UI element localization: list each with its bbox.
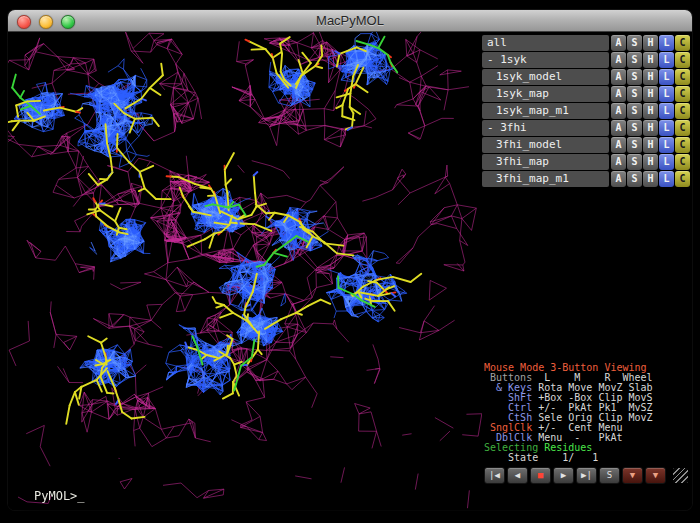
object-name[interactable]: 3fhi_map_m1 <box>482 171 609 187</box>
vcr-stop-button[interactable]: ■ <box>530 467 551 484</box>
object-row-buttons: ASHLC <box>610 52 690 68</box>
object-button-l[interactable]: L <box>659 154 674 170</box>
object-name[interactable]: - 1syk <box>482 52 609 68</box>
control-sidebar: allASHLC- 1sykASHLC1syk_modelASHLC1syk_m… <box>482 32 692 510</box>
object-name[interactable]: 3fhi_model <box>482 137 609 153</box>
vcr-menu-right-button[interactable]: ▼ <box>645 467 666 484</box>
vcr-rewind-button[interactable]: |◀ <box>484 467 505 484</box>
object-name[interactable]: 1syk_map <box>482 86 609 102</box>
object-button-s[interactable]: S <box>627 35 642 51</box>
object-row: 3fhi_mapASHLC <box>482 154 690 170</box>
object-button-l[interactable]: L <box>659 35 674 51</box>
object-row-buttons: ASHLC <box>610 171 690 187</box>
object-name[interactable]: all <box>482 35 609 51</box>
playback-controls: |◀◀■▶▶|S▼▼ <box>482 467 690 484</box>
object-button-a[interactable]: A <box>611 69 626 85</box>
object-row: 1syk_modelASHLC <box>482 69 690 85</box>
molecule-render-canvas[interactable] <box>8 32 482 510</box>
vcr-step-back-button[interactable]: ◀ <box>507 467 528 484</box>
object-button-l[interactable]: L <box>659 137 674 153</box>
zoom-button[interactable] <box>61 15 75 29</box>
object-button-c[interactable]: C <box>675 69 690 85</box>
object-button-s[interactable]: S <box>627 103 642 119</box>
viewport-3d[interactable]: PyMOL>_ <box>8 32 482 510</box>
vcr-step-forward-button[interactable]: ▶| <box>576 467 597 484</box>
macpymol-window: MacPyMOL PyMOL>_ allASHLC- 1sykASHLC1syk… <box>8 10 692 510</box>
mouse-panel: Mouse Mode 3-Button Viewing Buttons L M … <box>482 363 690 463</box>
object-button-h[interactable]: H <box>643 35 658 51</box>
object-button-s[interactable]: S <box>627 120 642 136</box>
object-button-s[interactable]: S <box>627 86 642 102</box>
main-content: PyMOL>_ allASHLC- 1sykASHLC1syk_modelASH… <box>8 32 692 510</box>
object-row-buttons: ASHLC <box>610 35 690 51</box>
object-row-buttons: ASHLC <box>610 69 690 85</box>
object-button-c[interactable]: C <box>675 154 690 170</box>
object-button-a[interactable]: A <box>611 35 626 51</box>
object-button-a[interactable]: A <box>611 154 626 170</box>
object-button-h[interactable]: H <box>643 103 658 119</box>
object-name[interactable]: - 3fhi <box>482 120 609 136</box>
object-row: - 1sykASHLC <box>482 52 690 68</box>
object-row-buttons: ASHLC <box>610 103 690 119</box>
object-row: 1syk_mapASHLC <box>482 86 690 102</box>
object-button-c[interactable]: C <box>675 137 690 153</box>
vcr-scene-button[interactable]: S <box>599 467 620 484</box>
traffic-lights <box>17 15 75 29</box>
object-button-a[interactable]: A <box>611 120 626 136</box>
object-row-buttons: ASHLC <box>610 120 690 136</box>
object-button-c[interactable]: C <box>675 86 690 102</box>
object-button-s[interactable]: S <box>627 69 642 85</box>
object-button-h[interactable]: H <box>643 69 658 85</box>
object-button-l[interactable]: L <box>659 52 674 68</box>
state-indicator: State 1/ 1 <box>484 453 690 463</box>
close-button[interactable] <box>17 15 31 29</box>
command-input[interactable]: PyMOL>_ <box>34 489 85 503</box>
object-button-h[interactable]: H <box>643 86 658 102</box>
object-row: 3fhi_modelASHLC <box>482 137 690 153</box>
object-button-h[interactable]: H <box>643 52 658 68</box>
resize-grip-icon[interactable] <box>673 468 688 483</box>
object-button-s[interactable]: S <box>627 171 642 187</box>
object-button-c[interactable]: C <box>675 103 690 119</box>
object-button-s[interactable]: S <box>627 154 642 170</box>
mouse-panel-text: State 1/ 1 <box>484 452 598 463</box>
object-button-h[interactable]: H <box>643 120 658 136</box>
desktop: MacPyMOL PyMOL>_ allASHLC- 1sykASHLC1syk… <box>0 0 700 523</box>
object-row: - 3fhiASHLC <box>482 120 690 136</box>
object-button-c[interactable]: C <box>675 120 690 136</box>
object-button-l[interactable]: L <box>659 171 674 187</box>
object-button-s[interactable]: S <box>627 52 642 68</box>
object-row: 3fhi_map_m1ASHLC <box>482 171 690 187</box>
sidebar-spacer <box>482 188 690 363</box>
object-button-a[interactable]: A <box>611 52 626 68</box>
window-title: MacPyMOL <box>316 13 384 28</box>
object-button-l[interactable]: L <box>659 69 674 85</box>
object-name[interactable]: 1syk_model <box>482 69 609 85</box>
object-button-c[interactable]: C <box>675 171 690 187</box>
object-button-c[interactable]: C <box>675 35 690 51</box>
object-name[interactable]: 1syk_map_m1 <box>482 103 609 119</box>
object-button-l[interactable]: L <box>659 86 674 102</box>
object-button-c[interactable]: C <box>675 52 690 68</box>
object-button-s[interactable]: S <box>627 137 642 153</box>
object-button-a[interactable]: A <box>611 86 626 102</box>
object-button-a[interactable]: A <box>611 103 626 119</box>
object-button-l[interactable]: L <box>659 103 674 119</box>
object-row-buttons: ASHLC <box>610 86 690 102</box>
object-button-h[interactable]: H <box>643 154 658 170</box>
vcr-menu-left-button[interactable]: ▼ <box>622 467 643 484</box>
object-row: 1syk_map_m1ASHLC <box>482 103 690 119</box>
object-name[interactable]: 3fhi_map <box>482 154 609 170</box>
object-row-buttons: ASHLC <box>610 137 690 153</box>
object-button-l[interactable]: L <box>659 120 674 136</box>
object-row: allASHLC <box>482 35 690 51</box>
object-button-h[interactable]: H <box>643 171 658 187</box>
object-button-a[interactable]: A <box>611 137 626 153</box>
vcr-play-button[interactable]: ▶ <box>553 467 574 484</box>
window-titlebar[interactable]: MacPyMOL <box>8 10 692 32</box>
object-button-a[interactable]: A <box>611 171 626 187</box>
object-rows: allASHLC- 1sykASHLC1syk_modelASHLC1syk_m… <box>482 35 690 188</box>
minimize-button[interactable] <box>39 15 53 29</box>
object-row-buttons: ASHLC <box>610 154 690 170</box>
object-button-h[interactable]: H <box>643 137 658 153</box>
